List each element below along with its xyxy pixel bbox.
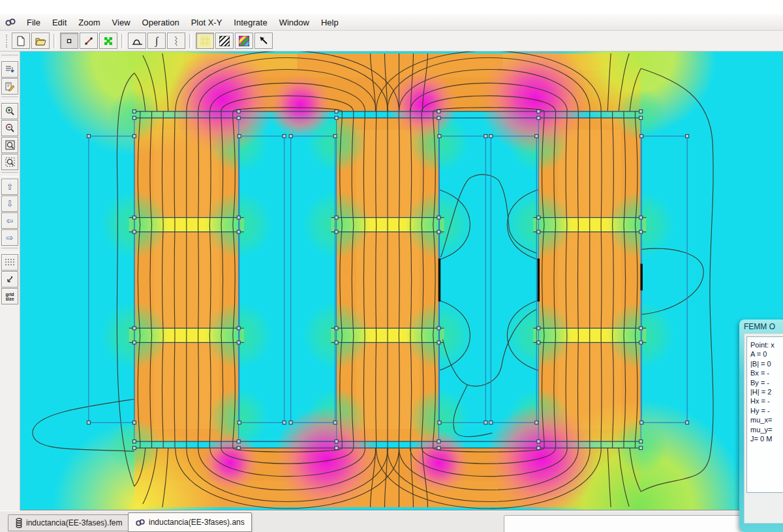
- vector-plot-button[interactable]: [254, 33, 273, 49]
- sidebar-separator: [1, 96, 18, 101]
- mesh-info-icon: [5, 65, 14, 74]
- zoom-out-button[interactable]: [1, 120, 18, 136]
- line-contour-tool-icon: [84, 37, 93, 46]
- edit-properties-button[interactable]: [1, 78, 18, 95]
- femm-output-body: Point: x A = 0 |B| = 0 Bx = - By = - |H|…: [744, 333, 783, 524]
- field-plot-canvas[interactable]: [20, 52, 783, 510]
- pan-up-button[interactable]: ⇧: [1, 179, 18, 195]
- line-integral-tool-icon: ∫: [155, 35, 158, 47]
- contour-plot-tool-icon: [174, 36, 179, 46]
- grayscale-density-icon: [219, 36, 230, 46]
- toolbar-separator: [54, 34, 56, 48]
- vector-plot-tool-icon: [259, 36, 269, 46]
- pan-left-icon: ⇦: [7, 216, 14, 226]
- menu-bar: File Edit Zoom View Operation Plot X-Y I…: [0, 14, 783, 31]
- point-value-line: A = 0: [750, 349, 783, 359]
- menu-help[interactable]: Help: [315, 16, 345, 29]
- point-values-panel: Point: x A = 0 |B| = 0 Bx = - By = - |H|…: [746, 336, 783, 493]
- grayscale-density-button[interactable]: [215, 33, 234, 49]
- point-value-line: mu_y=: [750, 425, 783, 434]
- open-file-button[interactable]: [31, 33, 50, 49]
- contour-plot-button[interactable]: [167, 33, 185, 49]
- grid-dots-icon: [5, 258, 15, 267]
- menu-zoom[interactable]: Zoom: [72, 16, 106, 29]
- tab-ans-file[interactable]: inductancia(EE-3fases).ans: [128, 512, 252, 532]
- density-plot-button[interactable]: [196, 33, 214, 49]
- density-plot-tool-icon: [200, 36, 210, 46]
- menu-window[interactable]: Window: [273, 16, 315, 29]
- point-tool-button[interactable]: [60, 33, 78, 49]
- sidebar-separator: [1, 248, 18, 252]
- toolbar-grip: [6, 35, 9, 48]
- snap-grid-button[interactable]: [1, 271, 18, 288]
- point-value-line: Hy = -: [750, 406, 783, 415]
- tab-fem-file[interactable]: inductancia(EE-3fases).fem: [8, 514, 129, 531]
- window-title-strip: [0, 0, 783, 14]
- snap-grid-icon: [5, 275, 14, 284]
- point-tool-icon: [66, 38, 72, 44]
- side-toolbar: ⇧ ⇩ ⇦ ⇨ grid size: [0, 52, 20, 510]
- sidebar-separator: [1, 172, 18, 177]
- menu-plot-xy[interactable]: Plot X-Y: [185, 16, 228, 29]
- pan-down-button[interactable]: ⇩: [1, 196, 18, 212]
- edit-properties-icon: [5, 82, 14, 91]
- new-document-button[interactable]: [12, 33, 30, 49]
- femm-logo-icon: [135, 518, 146, 527]
- zoom-extents-icon: [5, 140, 15, 150]
- tab-label: inductancia(EE-3fases).fem: [26, 518, 122, 527]
- grid-toggle-button[interactable]: [1, 254, 18, 271]
- grid-size-button[interactable]: grid size: [1, 288, 18, 304]
- menu-operation[interactable]: Operation: [136, 16, 185, 29]
- zoom-window-button[interactable]: [1, 154, 18, 170]
- line-integral-button[interactable]: ∫: [147, 33, 166, 49]
- pan-up-icon: ⇧: [7, 182, 14, 192]
- coil-icon: [15, 518, 23, 528]
- toolbar-separator: [189, 34, 192, 48]
- femm-logo-icon: [4, 17, 17, 27]
- menu-file[interactable]: File: [21, 16, 46, 29]
- tab-label: inductancia(EE-3fases).ans: [149, 518, 245, 527]
- mesh-info-button[interactable]: [1, 61, 18, 78]
- toolbar-separator: [121, 34, 124, 48]
- plot-xy-tool-icon: [132, 36, 143, 46]
- menu-view[interactable]: View: [106, 16, 136, 29]
- point-value-line: Point: x: [750, 340, 783, 349]
- zoom-out-icon: [5, 123, 15, 133]
- toolbar: ∫: [0, 31, 783, 52]
- zoom-in-icon: [5, 106, 15, 116]
- pan-right-icon: ⇨: [7, 233, 14, 243]
- grid-size-label: size: [5, 297, 14, 301]
- pan-left-button[interactable]: ⇦: [1, 213, 18, 229]
- block-select-tool-icon: [104, 37, 113, 46]
- pan-down-icon: ⇩: [7, 199, 14, 209]
- document-tab-bar: inductancia(EE-3fases).fem inductancia(E…: [0, 510, 783, 532]
- point-value-line: |B| = 0: [750, 359, 783, 368]
- zoom-window-icon: [5, 157, 15, 167]
- point-value-line: mu_x=: [750, 415, 783, 424]
- sidebar-separator: [1, 55, 18, 59]
- grid-size-label: grid: [5, 292, 14, 297]
- zoom-extents-button[interactable]: [1, 137, 18, 153]
- pan-right-button[interactable]: ⇨: [1, 229, 18, 246]
- point-value-line: By = -: [750, 378, 783, 387]
- line-contour-tool-button[interactable]: [80, 33, 98, 49]
- color-density-button[interactable]: [235, 33, 253, 49]
- zoom-in-button[interactable]: [1, 103, 18, 119]
- block-select-tool-button[interactable]: [99, 33, 117, 49]
- open-file-icon: [35, 37, 46, 46]
- point-value-line: Bx = -: [750, 368, 783, 377]
- main-area: ⇧ ⇩ ⇦ ⇨ grid size: [0, 52, 783, 510]
- point-value-line: J= 0 M: [750, 434, 783, 443]
- menu-integrate[interactable]: Integrate: [228, 16, 273, 29]
- point-value-line: Hx = -: [750, 396, 783, 406]
- color-density-icon: [239, 36, 249, 46]
- menu-edit[interactable]: Edit: [46, 16, 72, 29]
- femm-output-window[interactable]: FEMM O Point: x A = 0 |B| = 0 Bx = - By …: [739, 319, 783, 532]
- canvas-area: [20, 52, 783, 510]
- point-value-line: |H| = 2: [750, 387, 783, 396]
- femm-output-title: FEMM O: [744, 322, 783, 333]
- new-document-icon: [16, 36, 25, 46]
- plot-xy-button[interactable]: [128, 33, 146, 49]
